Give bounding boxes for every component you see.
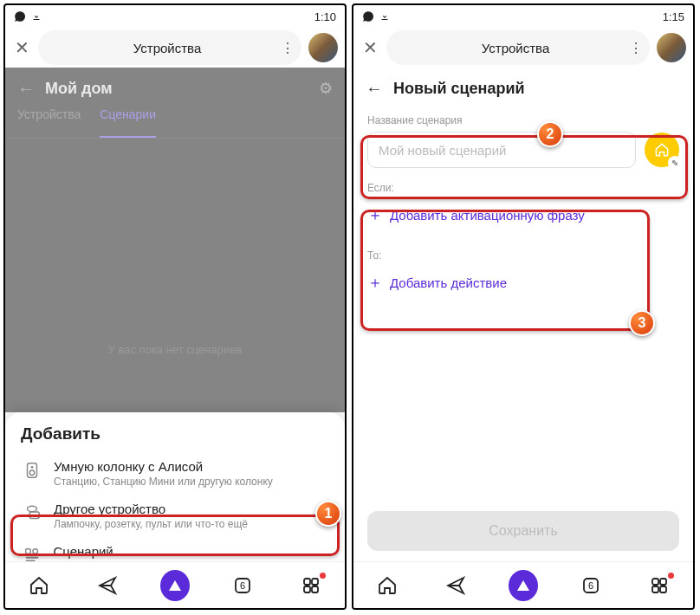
top-bar: ✕ Устройства ⋮	[353, 28, 693, 68]
home-title: Мой дом	[45, 80, 319, 98]
save-button[interactable]: Сохранить	[367, 511, 679, 551]
scenario-icon-picker[interactable]: ✎	[645, 133, 679, 167]
nav-apps[interactable]	[645, 571, 674, 600]
more-icon[interactable]: ⋮	[629, 40, 641, 56]
bottom-nav: 6	[353, 561, 693, 608]
speaker-icon	[21, 459, 43, 482]
svg-point-8	[33, 549, 37, 554]
download-icon	[379, 10, 390, 23]
top-bar: ✕ Устройства ⋮	[5, 28, 345, 68]
gear-icon: ⚙	[319, 79, 333, 98]
add-action-label: Добавить действие	[390, 275, 507, 290]
sheet-item-speaker[interactable]: Умную колонку с Алисой Станцию, Станцию …	[21, 452, 329, 495]
status-bar: 1:15	[353, 5, 693, 28]
nav-send[interactable]	[93, 571, 122, 600]
nav-home[interactable]	[24, 571, 54, 600]
add-phrase-label: Добавить активационную фразу	[390, 208, 585, 223]
sheet-item-title: Сценарий	[53, 544, 329, 559]
page-title: Устройства	[402, 41, 629, 55]
nav-alice[interactable]	[160, 571, 190, 600]
sheet-title: Добавить	[21, 424, 329, 443]
edit-pencil-icon: ✎	[668, 156, 682, 170]
screenshot-right: 1:15 ✕ Устройства ⋮ ← Новый сценарий Наз…	[352, 3, 695, 610]
nav-alice[interactable]	[509, 571, 538, 600]
title-pill[interactable]: Устройства ⋮	[38, 30, 301, 65]
title-pill[interactable]: Устройства ⋮	[386, 30, 650, 65]
whatsapp-icon	[14, 10, 26, 23]
screen-title: Новый сценарий	[393, 80, 525, 98]
svg-text:6: 6	[588, 580, 593, 591]
nav-home[interactable]	[373, 571, 402, 600]
svg-point-1	[31, 466, 34, 469]
close-icon[interactable]: ✕	[360, 37, 379, 58]
sheet-item-title: Другое устройство	[54, 502, 248, 516]
page-title: Устройства	[54, 41, 281, 55]
tab-scenarios: Сценарии	[100, 107, 156, 138]
nav-tabs[interactable]: 6	[228, 571, 257, 600]
notification-dot	[668, 573, 674, 579]
dimmed-tabs: Устройства Сценарии	[5, 107, 345, 139]
whatsapp-icon	[362, 10, 374, 23]
if-section-label: Если:	[367, 182, 679, 194]
plus-icon: ＋	[367, 272, 381, 293]
svg-rect-17	[652, 579, 658, 585]
svg-rect-11	[304, 579, 310, 585]
svg-rect-13	[304, 586, 310, 592]
bottom-sheet: Добавить Умную колонку с Алисой Станцию,…	[5, 412, 345, 561]
bottom-nav: 6	[5, 561, 345, 608]
notification-dot	[320, 573, 326, 579]
nav-apps[interactable]	[296, 571, 326, 600]
svg-rect-19	[652, 586, 658, 592]
svg-rect-14	[312, 586, 318, 592]
save-button-label: Сохранить	[489, 523, 558, 539]
back-icon: ←	[17, 79, 35, 99]
svg-rect-12	[312, 579, 318, 585]
then-section-label: То:	[367, 249, 679, 262]
download-icon	[31, 10, 42, 23]
avatar[interactable]	[308, 33, 338, 62]
screen-header: ← Новый сценарий	[353, 68, 693, 109]
dimmed-header: ← Мой дом ⚙	[5, 68, 345, 109]
input-placeholder: Мой новый сценарий	[379, 143, 506, 158]
tab-devices: Устройства	[17, 107, 81, 138]
status-time: 1:10	[314, 10, 336, 23]
svg-point-3	[28, 506, 37, 511]
svg-rect-4	[29, 512, 39, 518]
svg-rect-18	[660, 579, 666, 585]
scenario-name-input[interactable]: Мой новый сценарий	[367, 132, 636, 168]
svg-rect-20	[660, 586, 666, 592]
close-icon[interactable]: ✕	[12, 37, 31, 58]
avatar[interactable]	[657, 33, 686, 62]
nav-tabs[interactable]: 6	[576, 571, 606, 600]
status-bar: 1:10	[5, 5, 345, 28]
screenshot-left: 1:10 ✕ Устройства ⋮ ← Мой дом ⚙ Устройст…	[3, 3, 347, 610]
svg-rect-6	[25, 557, 38, 559]
empty-state-text: У вас пока нет сценариев	[5, 343, 345, 356]
nav-send[interactable]	[441, 571, 470, 600]
sheet-item-device[interactable]: Другое устройство Лампочку, розетку, пул…	[21, 495, 329, 537]
house-icon	[653, 141, 671, 159]
device-icon	[21, 502, 43, 524]
add-action[interactable]: ＋ Добавить действие	[367, 262, 679, 303]
back-icon[interactable]: ←	[366, 79, 383, 99]
plus-icon: ＋	[367, 204, 381, 225]
name-field-label: Название сценария	[367, 114, 679, 126]
status-time: 1:15	[663, 10, 684, 23]
svg-point-2	[29, 470, 35, 476]
sheet-item-subtitle: Станцию, Станцию Мини или другую колонку	[54, 476, 273, 488]
sheet-item-title: Умную колонку с Алисой	[54, 459, 273, 474]
svg-rect-5	[25, 549, 30, 554]
more-icon[interactable]: ⋮	[281, 40, 293, 56]
svg-text:6: 6	[240, 580, 245, 591]
sheet-item-subtitle: Лампочку, розетку, пульт или что-то ещё	[54, 518, 248, 530]
add-activation-phrase[interactable]: ＋ Добавить активационную фразу	[367, 194, 679, 236]
